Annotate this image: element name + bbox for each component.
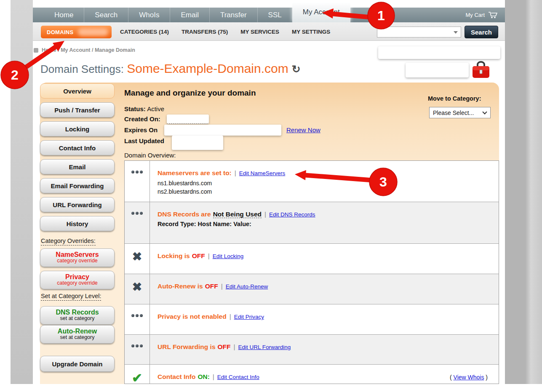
created-line: Created On: <box>124 115 160 123</box>
table-row-nameservers: Nameservers are set to:|Edit NameServers… <box>125 161 499 202</box>
row-title: Nameservers are set to: <box>158 169 232 176</box>
sidebar-item-email[interactable]: Email <box>40 159 115 174</box>
bottom-gutter <box>0 384 542 392</box>
left-gutter <box>11 0 33 384</box>
edit-locking-link[interactable]: Edit Locking <box>213 253 244 259</box>
set-at-category-label: Set at Category Level: <box>41 293 101 301</box>
sidebar-item-dns-records-category[interactable]: DNS Records set at category <box>40 306 115 325</box>
created-label: Created On: <box>124 115 160 123</box>
subnav-categories[interactable]: CATEGORIES (14) <box>120 29 169 35</box>
sidebar-item-overview[interactable]: Overview <box>40 83 115 99</box>
status-value: Active <box>147 105 164 112</box>
nameserver-2: ns2.bluestardns.com <box>158 187 491 196</box>
tab-transfer[interactable]: Transfer <box>209 8 257 22</box>
separator: | <box>230 313 231 320</box>
dots-icon <box>131 211 143 216</box>
row-title: DNS Records are <box>158 211 211 218</box>
table-row-auto-renew: ✖ Auto-Renew isOFF|Edit Auto-Renew <box>125 274 499 304</box>
separator: | <box>221 283 223 290</box>
redacted-box-top <box>378 46 500 59</box>
category-sub: set at category <box>60 315 95 322</box>
my-cart-label: My Cart <box>466 12 485 18</box>
table-row-locking: ✖ Locking isOFF|Edit Locking <box>125 243 499 274</box>
subnav-domains[interactable]: DOMAINS <box>41 26 112 38</box>
row-title: Contact Info <box>158 373 195 380</box>
account-sub-navigation: DOMAINS CATEGORIES (14) TRANSFERS (75) M… <box>33 22 505 41</box>
nameserver-1: ns1.bluestardns.com <box>158 179 491 187</box>
expires-line: Expires On <box>124 126 158 133</box>
separator: | <box>208 252 210 259</box>
top-nav-tabs: Home Search WhoIs Email Transfer SSL My … <box>44 8 350 22</box>
edit-contact-info-link[interactable]: Edit Contact Info <box>217 374 259 380</box>
sidebar-item-push-transfer[interactable]: Push / Transfer <box>40 102 115 117</box>
move-to-category-label: Move to Category: <box>428 95 481 102</box>
sidebar-item-email-forwarding[interactable]: Email Forwarding <box>40 178 115 193</box>
updated-line: Last Updated <box>124 137 164 144</box>
sidebar-item-history[interactable]: History <box>40 216 115 231</box>
category-select[interactable]: Please Select... <box>429 107 491 118</box>
row-off-badge: OFF <box>192 252 205 259</box>
redacted-expires-date <box>164 125 281 136</box>
sidebar-item-contact-info[interactable]: Contact Info <box>40 140 115 155</box>
page-title-prefix: Domain Settings: <box>40 63 127 75</box>
check-icon: ✔ <box>132 373 142 384</box>
sidebar-item-locking[interactable]: Locking <box>40 121 115 136</box>
dns-record-headers: Record Type: Host Name: Value: <box>158 221 491 227</box>
separator: | <box>234 343 235 350</box>
edit-nameservers-link[interactable]: Edit NameServers <box>239 170 286 176</box>
separator: | <box>213 373 214 380</box>
row-title: URL Forwarding is <box>158 343 216 350</box>
edit-auto-renew-link[interactable]: Edit Auto-Renew <box>226 283 268 290</box>
refresh-icon[interactable]: ↻ <box>292 63 301 75</box>
cart-icon <box>488 11 498 19</box>
redacted-updated-date <box>172 136 223 150</box>
section-heading: Manage and organize your domain <box>124 88 256 98</box>
row-on-badge: ON: <box>198 373 209 380</box>
x-icon: ✖ <box>132 283 142 304</box>
sidebar-item-auto-renew-category[interactable]: Auto-Renew set at category <box>40 325 115 344</box>
separator: | <box>264 211 266 218</box>
override-title: NameServers <box>56 251 99 258</box>
renew-now-link[interactable]: Renew Now <box>286 126 320 133</box>
dots-icon <box>131 313 143 318</box>
view-whois-wrap: ( View Whois ) <box>450 374 488 381</box>
dots-icon <box>131 343 143 348</box>
category-overrides-label: Category Overrides: <box>41 237 96 245</box>
edit-dns-records-link[interactable]: Edit DNS Records <box>269 211 315 218</box>
tab-my-account[interactable]: My Account <box>292 2 350 22</box>
domains-label: DOMAINS <box>47 29 74 35</box>
expires-label: Expires On <box>124 126 158 133</box>
sidebar-item-nameservers-override[interactable]: NameServers category override <box>40 248 115 267</box>
updated-label: Last Updated <box>124 137 164 144</box>
tab-ssl[interactable]: SSL <box>257 8 292 22</box>
sidebar-item-privacy-override[interactable]: Privacy category override <box>40 271 115 289</box>
breadcrumb: Home / My Account / Manage Domain <box>34 47 135 53</box>
status-line: Status: Active <box>124 105 164 112</box>
tab-whois[interactable]: WhoIs <box>128 8 170 22</box>
dropdown-arrow-icon[interactable] <box>454 31 458 34</box>
subnav-transfers[interactable]: TRANSFERS (75) <box>182 29 228 35</box>
category-title: Auto-Renew <box>58 328 97 334</box>
breadcrumb-text[interactable]: Home / My Account / Manage Domain <box>42 47 135 53</box>
tab-search[interactable]: Search <box>84 8 128 22</box>
domain-overview-label: Domain Overview: <box>124 152 176 159</box>
row-title: Auto-Renew is <box>158 283 203 290</box>
home-icon <box>34 48 38 53</box>
subnav-my-settings[interactable]: MY SETTINGS <box>292 29 330 35</box>
status-label: Status: <box>124 105 146 112</box>
sidebar-item-url-forwarding[interactable]: URL Forwarding <box>40 197 115 212</box>
page: Home Search WhoIs Email Transfer SSL My … <box>33 0 505 384</box>
edit-privacy-link[interactable]: Edit Privacy <box>234 314 264 320</box>
right-gutter <box>505 0 542 384</box>
toolbox-icon[interactable] <box>471 61 491 79</box>
my-cart-button[interactable]: My Cart <box>466 8 499 22</box>
view-whois-link[interactable]: View Whois <box>454 374 484 381</box>
tab-email[interactable]: Email <box>170 8 209 22</box>
upgrade-domain-button[interactable]: Upgrade Domain <box>40 356 115 372</box>
subnav-my-services[interactable]: MY SERVICES <box>240 29 279 35</box>
search-button[interactable]: Search <box>465 26 498 38</box>
tab-home[interactable]: Home <box>44 8 84 22</box>
edit-url-forwarding-link[interactable]: Edit URL Forwarding <box>238 344 291 350</box>
domain-search-input[interactable] <box>377 27 461 37</box>
row-off-badge: OFF <box>205 283 218 290</box>
